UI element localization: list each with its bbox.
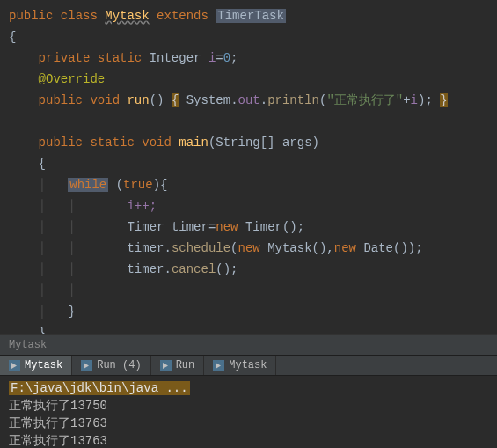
console-line: 正常执行了13750 (9, 397, 488, 415)
code-line: │ │ Timer timer=new Timer(); (9, 217, 488, 238)
keyword-class: class (61, 9, 98, 23)
tab-label: Mytask (25, 359, 62, 371)
code-line: │ │ (9, 280, 488, 301)
code-line: public class Mytask extends TimerTask (9, 5, 488, 26)
code-line: │ │ timer.cancel(); (9, 259, 488, 280)
code-line: │ │ i++; (9, 195, 488, 217)
superclass-name: TimerTask (216, 9, 286, 23)
code-line: public void run() { System.out.println("… (9, 90, 488, 111)
tab-run[interactable]: Run (151, 356, 205, 375)
keyword-extends: extends (157, 9, 208, 23)
run-config-icon (9, 360, 20, 371)
tab-mytask[interactable]: Mytask (0, 356, 72, 375)
code-line: } (9, 322, 488, 334)
breadcrumb[interactable]: Mytask (0, 334, 497, 356)
console-output[interactable]: F:\java\jdk\bin\java ... 正常执行了13750 正常执行… (0, 376, 497, 448)
brace-highlight: } (440, 93, 447, 107)
code-line: { (9, 26, 488, 48)
run-config-icon (160, 360, 172, 371)
console-line: F:\java\jdk\bin\java ... (9, 379, 488, 397)
code-line: @Override (9, 69, 488, 90)
code-line: │ while (true){ (9, 174, 488, 195)
class-name: Mytask (105, 9, 149, 23)
keyword-public: public (9, 9, 53, 23)
console-line: 正常执行了13763 (9, 432, 488, 448)
code-line: { (9, 153, 488, 174)
breadcrumb-item: Mytask (9, 339, 47, 351)
code-line (9, 111, 488, 132)
code-line: private static Integer i=0; (9, 48, 488, 69)
console-command: F:\java\jdk\bin\java ... (9, 381, 190, 395)
tab-label: Mytask (229, 359, 267, 371)
code-line: │ │ timer.schedule(new Mytask(),new Date… (9, 238, 488, 259)
tab-mytask2[interactable]: Mytask (204, 356, 276, 375)
run-config-icon (213, 360, 224, 371)
console-line: 正常执行了13763 (9, 415, 488, 432)
code-editor[interactable]: public class Mytask extends TimerTask { … (0, 0, 497, 334)
code-line: │ } (9, 301, 488, 322)
annotation: @Override (39, 72, 106, 86)
tab-run4[interactable]: Run (4) (72, 356, 150, 375)
code-line: public static void main(String[] args) (9, 132, 488, 153)
run-tabs: Mytask Run (4) Run Mytask (0, 356, 497, 376)
tab-label: Run (4) (97, 359, 141, 371)
brace-highlight: { (172, 93, 179, 107)
keyword-while: while (68, 178, 108, 192)
run-config-icon (81, 360, 92, 371)
tab-label: Run (176, 359, 195, 371)
